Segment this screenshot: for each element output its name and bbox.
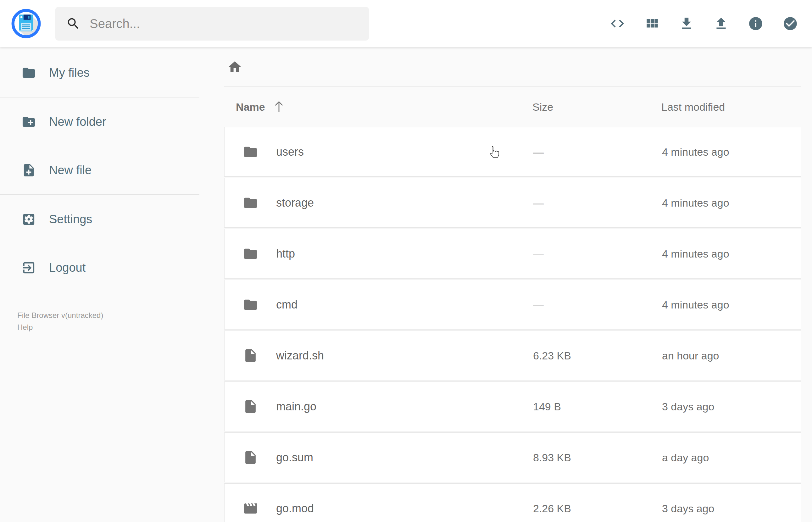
code-view-button[interactable] xyxy=(609,16,625,32)
info-icon xyxy=(748,16,764,32)
upload-button[interactable] xyxy=(713,16,729,32)
column-header-modified[interactable]: Last modified xyxy=(662,101,725,113)
sidebar-item-new-file[interactable]: New file xyxy=(0,146,199,194)
file-name: main.go xyxy=(276,400,317,413)
app-version-text: File Browser v(untracked) xyxy=(17,309,199,321)
file-name: http xyxy=(276,247,295,260)
home-breadcrumb-button[interactable] xyxy=(227,59,242,74)
file-modified: 4 minutes ago xyxy=(662,298,729,311)
file-name: wizard.sh xyxy=(276,349,324,362)
folder-icon xyxy=(243,195,258,210)
search-bar[interactable] xyxy=(55,7,369,41)
column-header-size[interactable]: Size xyxy=(532,101,553,113)
movie-file-icon xyxy=(243,501,258,516)
folder-icon xyxy=(243,297,258,312)
sidebar-item-label: Settings xyxy=(49,213,92,226)
search-input[interactable] xyxy=(89,16,348,31)
logout-icon xyxy=(21,260,36,275)
select-check-icon xyxy=(783,16,798,32)
file-size: 2.26 KB xyxy=(533,502,571,515)
file-modified: 4 minutes ago xyxy=(662,247,729,260)
folder-icon xyxy=(21,65,36,80)
file-modified: 4 minutes ago xyxy=(662,146,729,158)
file-modified: 3 days ago xyxy=(662,502,714,515)
column-header-name[interactable]: Name xyxy=(236,100,285,114)
file-row[interactable]: go.mod 2.26 KB 3 days ago xyxy=(224,483,801,522)
new-folder-icon xyxy=(21,115,36,129)
file-listing-area: Name Size Last modified users — 4 minute… xyxy=(199,47,812,522)
file-size: — xyxy=(533,197,544,209)
sidebar-item-label: Logout xyxy=(49,261,85,275)
file-name: users xyxy=(276,145,304,159)
file-size: — xyxy=(533,247,544,260)
sidebar-item-settings[interactable]: Settings xyxy=(0,195,199,243)
sidebar-item-label: My files xyxy=(49,66,89,80)
file-row[interactable]: cmd — 4 minutes ago xyxy=(224,280,801,329)
sidebar-item-logout[interactable]: Logout xyxy=(0,243,199,292)
file-row[interactable]: users — 4 minutes ago xyxy=(224,127,801,177)
download-button[interactable] xyxy=(679,16,694,32)
sidebar-footer: File Browser v(untracked) Help xyxy=(17,309,199,333)
grid-view-button[interactable] xyxy=(644,16,660,32)
sidebar: My files New folder New file Settings Lo… xyxy=(0,47,199,522)
listing-header: Name Size Last modified xyxy=(224,87,801,127)
help-link[interactable]: Help xyxy=(17,321,33,333)
file-row[interactable]: http — 4 minutes ago xyxy=(224,228,801,279)
file-icon xyxy=(243,450,258,465)
home-icon xyxy=(227,59,242,74)
file-modified: 3 days ago xyxy=(662,400,714,413)
file-row[interactable]: storage — 4 minutes ago xyxy=(224,178,801,228)
file-size: 6.23 KB xyxy=(533,349,571,362)
sidebar-item-label: New file xyxy=(49,163,92,177)
new-file-icon xyxy=(21,163,36,178)
sort-arrow-up-icon xyxy=(273,100,285,114)
file-row[interactable]: main.go 149 B 3 days ago xyxy=(224,381,801,431)
file-name: go.mod xyxy=(276,502,314,515)
file-icon xyxy=(243,399,258,414)
file-icon xyxy=(243,348,258,363)
file-size: 8.93 KB xyxy=(533,451,571,463)
upload-icon xyxy=(713,16,729,32)
file-name: storage xyxy=(276,196,314,209)
select-multiple-button[interactable] xyxy=(783,16,798,32)
file-name: cmd xyxy=(276,298,298,311)
top-bar xyxy=(0,0,812,47)
file-name: go.sum xyxy=(276,451,313,464)
sidebar-item-new-folder[interactable]: New folder xyxy=(0,98,199,146)
breadcrumb xyxy=(224,47,801,87)
folder-icon xyxy=(243,144,258,159)
file-size: — xyxy=(533,146,544,158)
file-row[interactable]: go.sum 8.93 KB a day ago xyxy=(224,433,801,482)
header-actions xyxy=(609,16,798,32)
floppy-disk-logo-icon xyxy=(10,7,42,40)
sidebar-item-my-files[interactable]: My files xyxy=(0,48,199,97)
info-button[interactable] xyxy=(748,16,764,32)
file-modified: a day ago xyxy=(662,451,709,463)
search-icon xyxy=(66,16,81,31)
file-size: 149 B xyxy=(533,400,561,413)
file-list: users — 4 minutes ago storage — 4 minute… xyxy=(224,127,801,522)
file-size: — xyxy=(533,298,544,311)
file-modified: an hour ago xyxy=(662,349,719,362)
code-icon xyxy=(609,16,625,32)
sidebar-item-label: New folder xyxy=(49,115,106,128)
download-icon xyxy=(679,16,694,32)
file-row[interactable]: wizard.sh 6.23 KB an hour ago xyxy=(224,330,801,381)
grid-view-icon xyxy=(644,16,660,32)
settings-icon xyxy=(21,212,36,227)
file-modified: 4 minutes ago xyxy=(662,197,729,209)
app-logo[interactable] xyxy=(10,7,42,40)
folder-icon xyxy=(243,246,258,261)
